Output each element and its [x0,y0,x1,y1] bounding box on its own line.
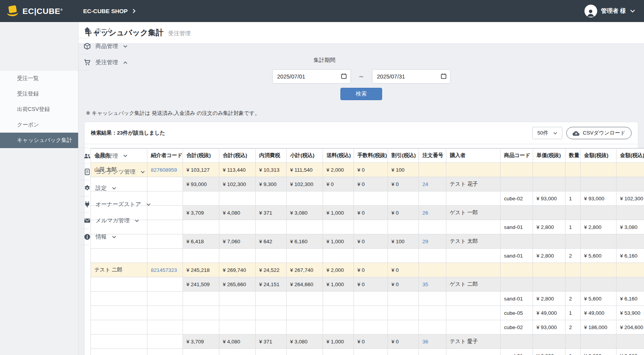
table-cell: ¥ 0 [323,177,354,191]
table-cell [501,234,533,249]
table-cell [91,292,147,306]
referrer-code-link[interactable]: 821457323 [151,267,177,273]
table-cell: ¥ 93,000 [533,191,565,206]
table-cell [219,249,256,263]
table-cell: ¥ 245,218 [183,263,219,277]
users-icon [84,153,91,159]
table-cell: 2 [565,320,581,335]
table-cell: ¥ 7,060 [219,234,256,249]
top-navbar: EC|CUBE® EC-CUBE SHOP 管理者 様 [0,0,644,22]
table-cell [147,249,183,263]
table-cell: ¥ 0 [354,206,388,220]
table-cell: ¥ 0 [354,335,388,349]
table-cell: ¥ 10,313 [256,163,287,177]
sidebar-item-main[interactable]: コンテンツ管理 [79,164,89,180]
sidebar: ホーム商品管理受注管理受注一覧受注登録出荷CSV登録クーポンキャッシュバック集計… [0,22,79,355]
table-cell: ¥ 4,080 [219,206,256,220]
referrer-code-link[interactable]: 827608959 [151,167,177,173]
chevron-right-icon [132,9,137,14]
table-cell [565,206,581,220]
table-cell [147,220,183,234]
sidebar-item-main[interactable]: メルマガ管理 [79,213,89,229]
column-header: 内消費税 [256,148,287,163]
table-cell [388,306,419,320]
table-cell [533,177,565,191]
column-header: 手数料(税抜) [354,148,388,163]
ec-cube-logo[interactable]: EC|CUBE® [0,5,79,17]
csv-download-label: CSVダウンロード [583,130,625,137]
table-cell [354,306,388,320]
shop-front-link[interactable]: EC-CUBE SHOP [83,8,137,14]
table-cell: ¥ 371 [256,335,287,349]
order-number-link[interactable]: 29 [422,239,428,244]
table-cell [565,335,581,349]
ec-cube-logo-icon [6,5,19,17]
sidebar-item-main[interactable]: 会員管理 [79,148,89,164]
column-header: 合計(税抜) [183,148,219,163]
sidebar-item-sub[interactable]: クーポン [0,117,78,133]
table-cell [581,177,617,191]
sidebar-item-label: 会員管理 [96,152,118,160]
table-cell: 2 [565,249,581,263]
sidebar-item-sub[interactable]: 受注登録 [0,86,78,102]
table-cell: ¥ 264,660 [287,277,323,292]
table-cell [323,249,354,263]
table-cell: ¥ 3,080 [617,220,644,234]
sidebar-item-label: キャッシュバック集計 [17,137,72,144]
sidebar-item-main[interactable]: 受注管理 [79,55,89,71]
table-cell: ¥ 4,080 [219,335,256,349]
search-button[interactable]: 検索 [340,88,382,100]
cart-icon [84,59,91,66]
sidebar-item-label: クーポン [17,121,39,128]
table-cell [147,277,183,292]
order-number-link[interactable]: 36 [422,339,428,345]
table-cell: ¥ 642 [256,234,287,249]
info-icon [84,234,91,240]
table-cell: ¥ 113,440 [219,163,256,177]
table-cell [533,206,565,220]
page-size-select[interactable]: 50件 [532,127,562,139]
sidebar-item-main[interactable]: 設定 [79,180,89,196]
sidebar-item-sub[interactable]: キャッシュバック集計 [0,133,78,148]
column-header: 送料(税込) [323,148,354,163]
sidebar-item-sub[interactable]: 出荷CSV登録 [0,102,78,117]
account-menu[interactable]: 管理者 様 [584,5,644,17]
table-cell: 1 [565,349,581,355]
order-row: ¥ 93,000¥ 102,300¥ 9,300¥ 102,300¥ 0¥ 0¥… [91,177,644,191]
column-header: 商品コード [501,148,533,163]
column-header: 数量 [565,148,581,163]
table-cell: ¥ 2,000 [323,263,354,277]
table-cell: sand-01 [501,349,533,355]
table-cell [446,263,501,277]
table-cell: ¥ 0 [388,335,419,349]
order-number-link[interactable]: 26 [422,210,428,216]
table-cell: cube-02 [501,191,533,206]
table-cell [91,349,147,355]
table-cell: 827608959 [147,163,183,177]
date-from-input[interactable] [272,69,351,84]
sidebar-item-sub[interactable]: 受注一覧 [0,71,78,86]
table-cell: ¥ 0 [388,277,419,292]
table-cell [287,220,323,234]
table-cell: 2 [565,292,581,306]
sidebar-item-main[interactable]: オーナーズストア [79,196,89,213]
order-number-link[interactable]: 24 [422,181,428,187]
sidebar-item-main[interactable]: 商品管理 [79,38,89,55]
chevron-down-icon [630,8,635,14]
table-cell [354,191,388,206]
sidebar-item-main[interactable]: ホーム [79,22,89,38]
home-icon [84,27,91,33]
csv-download-button[interactable]: CSVダウンロード [566,127,632,139]
table-cell: ¥ 204,600 [617,320,644,335]
search-form: 集計期間 ～ 検索 [79,57,644,100]
table-cell: ¥ 265,660 [219,277,256,292]
order-number-link[interactable]: 35 [422,282,428,287]
cashback-table: 会員名紹介者コード合計(税抜)合計(税込)内消費税小計(税込)送料(税込)手数料… [91,148,644,355]
table-cell [617,163,644,177]
sidebar-item-main[interactable]: 情報 [79,229,89,245]
date-to-input[interactable] [372,69,451,84]
product-row: sand-01¥ 2,8002¥ 5,600¥ 6,160 [91,292,644,306]
table-cell [91,320,147,335]
date-range-separator: ～ [356,72,367,81]
table-cell: ¥ 0 [354,163,388,177]
